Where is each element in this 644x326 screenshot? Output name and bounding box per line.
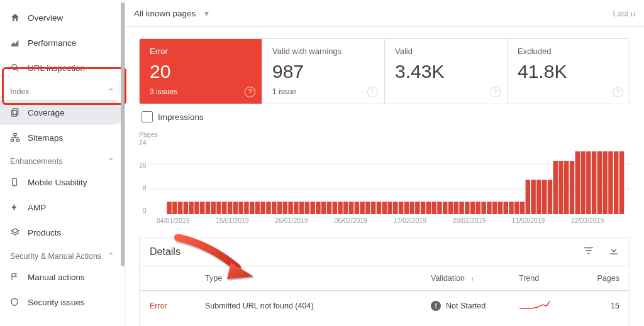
checkbox-label: Impressions <box>158 112 204 122</box>
svg-rect-58 <box>376 202 380 214</box>
svg-rect-48 <box>321 202 326 214</box>
svg-rect-4 <box>14 133 16 135</box>
svg-rect-91 <box>558 161 563 214</box>
sidebar-item-label: Manual actions <box>28 273 85 282</box>
sidebar-item-products[interactable]: Products <box>0 220 125 245</box>
sidebar-item-performance[interactable]: Performance <box>0 30 125 55</box>
svg-rect-56 <box>365 202 370 214</box>
table-row[interactable]: Error Submitted URL not found (404) !Not… <box>140 291 630 320</box>
filter-icon[interactable] <box>583 245 594 258</box>
card-label: Excluded <box>518 46 619 56</box>
svg-rect-59 <box>382 202 386 214</box>
svg-rect-54 <box>354 202 358 214</box>
sidebar-item-links[interactable]: Links <box>0 320 125 326</box>
svg-rect-50 <box>332 202 336 214</box>
home-icon <box>10 13 28 23</box>
layers-icon <box>10 227 28 237</box>
download-icon[interactable] <box>608 245 619 258</box>
col-type[interactable]: Type <box>205 274 431 283</box>
col-trend[interactable]: Trend <box>519 274 582 283</box>
section-security[interactable]: Security & Manual Actions ⌃ <box>0 245 125 264</box>
svg-rect-79 <box>492 202 497 214</box>
sidebar-item-overview[interactable]: Overview <box>0 5 125 30</box>
svg-rect-26 <box>200 202 204 214</box>
mobile-icon <box>10 177 28 187</box>
svg-rect-82 <box>509 202 513 214</box>
section-index[interactable]: Index ⌃ <box>0 80 125 100</box>
shield-icon <box>10 297 28 307</box>
sidebar-item-label: Security issues <box>28 298 85 307</box>
svg-rect-35 <box>250 202 254 214</box>
pages-filter-dropdown[interactable]: All known pages ▾ <box>134 8 209 18</box>
row-trend <box>519 299 582 312</box>
sidebar-item-label: Sitemaps <box>28 133 63 143</box>
svg-line-1 <box>16 69 19 72</box>
svg-rect-2 <box>13 109 18 114</box>
impressions-toggle[interactable]: Impressions <box>139 109 630 124</box>
svg-rect-72 <box>453 202 458 214</box>
col-validation[interactable]: Validation↑ <box>431 274 519 283</box>
sidebar-item-coverage[interactable]: Coverage <box>0 100 125 125</box>
svg-rect-102 <box>619 151 623 214</box>
sidebar-item-mobile-usability[interactable]: Mobile Usability <box>0 170 125 195</box>
card-value: 41.8K <box>518 61 619 82</box>
chart-icon <box>10 38 28 48</box>
card-sub: 3 issues <box>150 87 252 96</box>
svg-rect-84 <box>520 202 525 214</box>
details-header-row: Type Validation↑ Trend Pages <box>140 266 630 291</box>
sidebar-item-security-issues[interactable]: Security issues <box>0 290 125 315</box>
svg-rect-93 <box>569 161 574 214</box>
svg-rect-27 <box>205 202 209 214</box>
chart-x-ticks: 04/01/201915/01/201926/01/201906/02/2019… <box>139 217 630 224</box>
sidebar-item-amp[interactable]: AMP <box>0 195 125 220</box>
sidebar-item-url-inspection[interactable]: URL inspection <box>0 55 125 80</box>
card-excluded[interactable]: Excluded 41.8K ? <box>507 39 630 104</box>
section-title: Security & Manual Actions <box>10 252 101 261</box>
svg-rect-71 <box>448 202 452 214</box>
help-icon[interactable]: ? <box>367 87 378 97</box>
sort-up-icon: ↑ <box>471 275 474 282</box>
svg-rect-85 <box>525 180 530 214</box>
svg-rect-97 <box>592 151 596 214</box>
section-title: Enhancements <box>10 157 62 166</box>
svg-rect-55 <box>360 202 364 214</box>
svg-rect-87 <box>536 180 541 214</box>
svg-rect-64 <box>409 202 414 214</box>
sidebar-item-label: Overview <box>28 13 63 23</box>
impressions-checkbox[interactable] <box>142 111 153 122</box>
sidebar-scrollbar[interactable] <box>121 3 125 266</box>
card-error[interactable]: Error 20 3 issues ? <box>140 39 262 104</box>
sidebar-item-label: Coverage <box>28 108 65 117</box>
svg-rect-25 <box>194 202 199 214</box>
svg-point-0 <box>12 65 17 70</box>
dropdown-label: All known pages <box>134 9 196 18</box>
card-label: Valid with warnings <box>272 46 374 56</box>
help-icon[interactable]: ? <box>245 87 255 97</box>
col-pages[interactable]: Pages <box>582 274 619 283</box>
svg-rect-29 <box>216 202 221 214</box>
svg-rect-86 <box>531 180 535 214</box>
sidebar-item-manual-actions[interactable]: Manual actions <box>0 264 125 290</box>
svg-rect-5 <box>11 139 13 141</box>
sidebar-item-sitemaps[interactable]: Sitemaps <box>0 125 125 150</box>
row-type: Submitted URL not found (404) <box>205 302 431 310</box>
coverage-bar-chart[interactable] <box>150 139 630 214</box>
help-icon[interactable]: ? <box>490 87 501 97</box>
section-enhancements[interactable]: Enhancements ⌃ <box>0 150 125 170</box>
card-valid[interactable]: Valid 3.43K ? <box>384 39 507 104</box>
card-value: 20 <box>150 61 252 82</box>
svg-rect-80 <box>497 202 502 214</box>
svg-rect-30 <box>222 202 226 214</box>
help-icon[interactable]: ? <box>613 87 623 97</box>
table-row[interactable]: Error Submitted URL marked 'noindex' !No… <box>140 320 630 326</box>
svg-rect-88 <box>542 180 547 214</box>
svg-rect-41 <box>282 202 287 214</box>
svg-rect-61 <box>393 202 397 214</box>
svg-rect-94 <box>575 151 579 214</box>
filter-bar: All known pages ▾ Last u <box>125 0 644 27</box>
sidebar-item-label: AMP <box>28 203 46 212</box>
main-content: All known pages ▾ Last u Error 20 3 issu… <box>125 0 644 326</box>
card-valid-warnings[interactable]: Valid with warnings 987 1 issue ? <box>262 39 384 104</box>
svg-rect-75 <box>470 202 475 214</box>
svg-rect-77 <box>481 202 486 214</box>
